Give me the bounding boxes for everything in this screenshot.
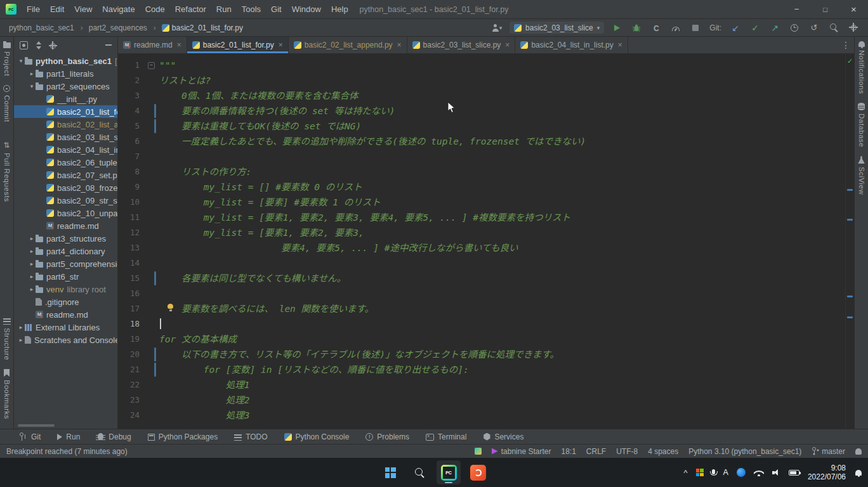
taskbar-search-button[interactable] — [407, 460, 431, 484]
tree-item[interactable]: part1_literals — [14, 67, 117, 80]
close-button[interactable] — [839, 0, 868, 18]
search-everywhere-button[interactable] — [827, 21, 841, 35]
scrollbar-mark[interactable] — [847, 189, 853, 191]
tool-window-stripe-button[interactable]: Project — [3, 37, 11, 81]
tree-item[interactable]: readme.md — [14, 308, 117, 321]
volume-icon[interactable] — [772, 469, 780, 476]
tree-item[interactable]: basic2_07_set.py — [14, 169, 117, 181]
line-number[interactable]: 6 — [118, 134, 142, 149]
tree-chevron-icon[interactable] — [17, 324, 25, 330]
battery-icon[interactable] — [789, 470, 799, 476]
tool-window-button[interactable]: Git — [19, 432, 41, 441]
menu-item[interactable]: Git — [266, 0, 287, 19]
tab-close-icon[interactable] — [397, 41, 402, 49]
tree-item[interactable]: venv library root — [14, 283, 117, 295]
line-number[interactable]: 21 — [118, 362, 142, 377]
user-account-button[interactable]: ▾ — [490, 21, 504, 35]
tree-item[interactable]: basic2_04_list_in_list.p — [14, 143, 117, 156]
tree-item[interactable]: part5_comprehension — [14, 257, 117, 270]
breadcrumb-item[interactable]: basic2_01_list_for.py — [161, 23, 244, 32]
tool-window-button[interactable]: Services — [483, 432, 523, 441]
tree-item[interactable]: basic2_09_str_slice.py — [14, 194, 117, 207]
tree-chevron-icon[interactable] — [28, 261, 36, 267]
tree-item[interactable]: basic2_10_unpack.py — [14, 207, 117, 219]
code-text[interactable]: """ — [159, 58, 845, 73]
code-text[interactable]: 処理1 — [159, 377, 845, 393]
tool-window-stripe-button[interactable]: Pull Requests — [3, 137, 11, 206]
code-text[interactable]: my_list = [要素1, 要素2, 要素3, — [159, 225, 845, 240]
tree-chevron-icon[interactable] — [28, 286, 36, 292]
tree-chevron-icon[interactable] — [28, 70, 36, 77]
settings-button[interactable] — [846, 21, 860, 35]
menu-item[interactable]: Window — [287, 0, 326, 19]
microphone-icon[interactable] — [712, 469, 715, 474]
wifi-icon[interactable] — [754, 469, 764, 476]
tree-item[interactable]: part2_sequences — [14, 80, 117, 93]
code-text[interactable]: 処理2 — [159, 393, 845, 408]
editor-tab[interactable]: basic2_03_list_slice.py — [407, 37, 516, 53]
tree-item[interactable]: basic2_08_frozen_set.p — [14, 181, 117, 194]
code-text[interactable]: 要素数を調べるには、 len 関数を使います。 — [159, 301, 845, 316]
update-project-button[interactable]: ↙ — [728, 21, 742, 35]
menu-item[interactable]: View — [69, 0, 97, 19]
code-text[interactable]: リストとは? — [159, 73, 845, 88]
tree-chevron-icon[interactable] — [28, 83, 36, 89]
tool-window-button[interactable]: TODO — [234, 432, 267, 441]
tray-expand-icon[interactable] — [683, 467, 687, 478]
code-text[interactable]: 一度定義したあとでも、要素の追加や削除ができる(後述の tuple, froze… — [159, 134, 845, 149]
line-number[interactable]: 2 — [118, 73, 142, 88]
tab-close-icon[interactable] — [177, 41, 181, 49]
line-number[interactable]: 8 — [118, 164, 142, 179]
code-text[interactable]: for 文の基本構成 — [159, 332, 845, 347]
horizontal-scrollbar[interactable] — [18, 424, 55, 427]
microsoft-icon[interactable] — [696, 469, 704, 476]
tool-window-stripe-button[interactable]: Notifications — [858, 37, 865, 98]
menu-item[interactable]: Tools — [237, 0, 266, 19]
code-text[interactable]: 要素の順番情報を持つ(後述の set 等は持たない) — [159, 103, 845, 119]
encoding-widget[interactable]: UTF-8 — [616, 447, 638, 456]
scrollbar-mark[interactable] — [847, 295, 853, 297]
tool-window-stripe-button[interactable]: Structure — [3, 314, 11, 365]
tree-item[interactable]: part4_dictionary — [14, 245, 117, 257]
tree-item[interactable]: __init__.py — [14, 93, 117, 105]
line-number[interactable]: 19 — [118, 332, 142, 347]
code-text[interactable]: my_list = [] #要素数 0 のリスト — [159, 179, 845, 195]
push-button[interactable]: ↗ — [768, 21, 782, 35]
tree-item[interactable]: basic2_03_list_slice.py — [14, 131, 117, 143]
plugin-icon[interactable] — [475, 448, 482, 455]
line-number[interactable]: 15 — [118, 271, 142, 286]
tool-window-button[interactable]: Terminal — [426, 432, 466, 441]
menu-item[interactable]: Help — [326, 0, 353, 19]
clock-widget[interactable]: 9:08 2022/07/06 — [808, 464, 846, 482]
editor-tab[interactable]: readme.md — [118, 37, 187, 53]
debug-button[interactable] — [629, 21, 643, 35]
editor-tab[interactable]: basic2_04_list_in_list.py — [515, 37, 628, 53]
tree-item[interactable]: readme.md — [14, 219, 117, 232]
inspections-ok-icon[interactable] — [847, 57, 853, 65]
start-button[interactable] — [378, 460, 402, 484]
tool-window-button[interactable]: Python Packages — [148, 432, 218, 441]
tree-item[interactable]: part6_str — [14, 270, 117, 283]
tree-item[interactable]: part3_structures — [14, 232, 117, 245]
tree-item[interactable]: Scratches and Consoles — [14, 334, 117, 346]
notifications-bell-icon[interactable] — [855, 470, 862, 476]
tab-close-icon[interactable] — [505, 41, 510, 49]
commit-button[interactable]: ✓ — [748, 21, 762, 35]
line-number[interactable]: 5 — [118, 119, 142, 134]
interpreter-widget[interactable]: Python 3.10 (python_basic_sec1) — [688, 447, 801, 456]
line-number[interactable]: 12 — [118, 225, 142, 240]
line-number[interactable]: 3 — [118, 88, 142, 103]
menu-item[interactable]: Navigate — [97, 0, 140, 19]
tool-window-stripe-button[interactable]: Commit — [3, 81, 11, 127]
menu-item[interactable]: Code — [140, 0, 170, 19]
code-text[interactable]: for [変数] in [リストなどの、順番に値を取り出せるもの]: — [159, 362, 845, 377]
line-number[interactable]: 11 — [118, 210, 142, 225]
tree-item[interactable]: python_basic_sec1 [python_b — [14, 55, 117, 67]
tool-window-button[interactable]: Debug — [96, 432, 131, 441]
code-text[interactable]: my_list = [要素] #要素数 1 のリスト — [159, 195, 845, 210]
line-number[interactable]: 20 — [118, 347, 142, 362]
tree-item[interactable]: basic2_06_tuple.py — [14, 156, 117, 169]
code-text[interactable]: 要素4, 要素5, ... ] #途中改行しながら書いても良い — [159, 240, 845, 256]
line-number[interactable]: 17 — [118, 301, 142, 316]
code-text[interactable] — [159, 316, 845, 332]
